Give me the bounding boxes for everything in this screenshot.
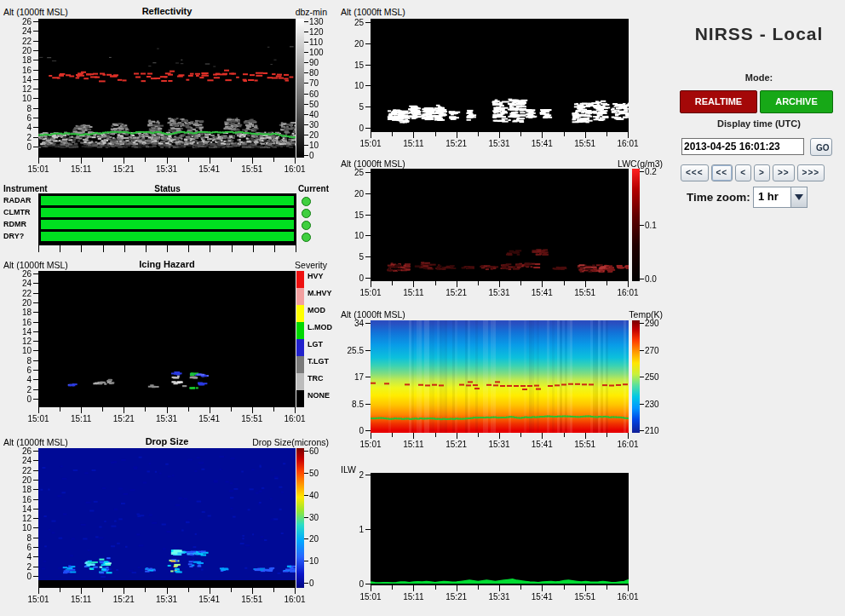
x-tick — [585, 281, 586, 287]
x-tick — [124, 588, 124, 594]
time-zoom-select[interactable]: 1 hr — [753, 187, 808, 208]
y-tick-label: 0 — [338, 273, 364, 283]
y-tick — [33, 509, 38, 509]
x-tick-label: 15:51 — [237, 595, 267, 604]
y-tick-label: 12 — [6, 514, 32, 523]
colorbar-tick — [304, 145, 308, 146]
x-tick-label: 15:51 — [237, 414, 267, 423]
y-tick — [365, 65, 371, 66]
y-tick — [33, 79, 38, 80]
y-tick — [33, 31, 38, 32]
y-tick-label: 26 — [6, 446, 32, 456]
nav-back-button[interactable]: << — [711, 164, 733, 181]
y-tick-label: 24 — [6, 279, 32, 288]
x-tick — [252, 407, 253, 413]
y-tick — [33, 137, 38, 138]
go-button[interactable]: GO — [810, 138, 832, 156]
x-tick — [392, 132, 393, 136]
colorbar-tick-label: 50 — [309, 100, 319, 109]
x-tick-label: 15:51 — [237, 164, 267, 174]
colorbar-tick-label: 20 — [309, 130, 319, 140]
nirss-app: { "page": {"background": "#efefef"}, "co… — [0, 0, 845, 616]
severity-swatch — [296, 271, 304, 288]
x-tick — [102, 407, 103, 412]
nav-step-fwd-button[interactable]: > — [754, 164, 770, 181]
severity-swatch — [296, 356, 304, 373]
y-tick — [365, 22, 371, 23]
time-zoom-value: 1 hr — [758, 190, 779, 203]
x-tick — [188, 588, 189, 592]
y-tick-label: 12 — [6, 337, 32, 346]
colorbar-tick — [304, 135, 308, 135]
x-tick-label: 15:01 — [355, 592, 386, 602]
panel-cloud-boundaries: Alt (1000ft MSL) 252015105015:0115:1115:… — [339, 0, 675, 155]
current-header: Current — [298, 184, 329, 193]
x-tick-label: 15:31 — [152, 595, 182, 604]
x-tick — [435, 433, 436, 437]
x-tick — [628, 433, 629, 439]
chevron-down-icon[interactable] — [790, 187, 807, 207]
realtime-button[interactable]: REALTIME — [680, 90, 757, 113]
y-tick — [33, 567, 38, 567]
colorbar-tick — [304, 21, 308, 22]
x-tick — [167, 158, 168, 164]
colorbar — [632, 320, 640, 433]
y-tick-label: 22 — [6, 289, 32, 298]
y-tick — [33, 460, 38, 461]
y-tick — [365, 235, 371, 236]
panel-drop-size: Alt (1000ft MSL) Drop Size Drop Size(mic… — [0, 435, 336, 616]
colorbar-tick-label: 0 — [309, 151, 314, 160]
colorbar-tick-label: 120 — [309, 27, 324, 37]
severity-label: MOD — [308, 306, 325, 314]
colorbar-tick — [304, 473, 308, 474]
y-tick — [33, 389, 38, 390]
y-tick — [33, 538, 38, 538]
display-time-input[interactable] — [681, 138, 804, 155]
x-tick-label: 15:41 — [194, 595, 225, 604]
panel-reflectivity: Alt (1000ft MSL) Reflectivity dbz-min 26… — [0, 0, 336, 181]
status-axis-tick — [146, 245, 147, 252]
x-tick-label: 15:21 — [108, 414, 139, 423]
status-axis-tick — [210, 245, 210, 252]
colorbar-label: dbz-min — [296, 7, 327, 17]
y-tick-label: 0 — [338, 579, 364, 589]
x-tick — [499, 132, 500, 138]
colorbar — [296, 448, 304, 588]
x-tick-label: 15:41 — [194, 164, 225, 174]
y-tick — [33, 127, 38, 128]
y-tick — [33, 379, 38, 380]
y-tick — [33, 556, 38, 557]
y-tick — [33, 399, 38, 400]
x-tick — [38, 407, 39, 413]
x-tick — [145, 407, 146, 412]
y-tick — [33, 60, 38, 60]
colorbar-tick — [304, 583, 308, 584]
chart-title: Icing Hazard — [38, 259, 296, 269]
nav-fwd-button[interactable]: >> — [773, 164, 795, 181]
x-tick — [435, 585, 436, 590]
nav-step-back-button[interactable]: < — [735, 164, 751, 181]
y-tick — [33, 547, 38, 548]
nav-fast-fwd-button[interactable]: >>> — [797, 164, 825, 181]
x-tick — [564, 433, 565, 437]
colorbar-tick-label: 40 — [309, 491, 319, 500]
y-tick-label: 14 — [6, 327, 32, 337]
x-tick-label: 15:01 — [355, 288, 386, 297]
archive-button[interactable]: ARCHIVE — [760, 90, 833, 113]
x-tick — [295, 158, 296, 164]
x-tick — [628, 281, 629, 287]
x-tick — [273, 407, 274, 412]
y-tick-label: 20 — [6, 46, 32, 55]
y-tick-label: 20 — [338, 189, 364, 199]
y-tick-label: 25.5 — [338, 346, 364, 355]
x-tick-label: 15:51 — [570, 592, 601, 602]
x-tick-label: 15:41 — [194, 414, 225, 423]
x-tick — [81, 407, 82, 413]
x-tick-label: 15:31 — [152, 414, 182, 423]
nav-fast-back-button[interactable]: <<< — [681, 164, 709, 181]
x-tick — [210, 588, 210, 594]
x-tick-label: 15:51 — [570, 440, 601, 449]
y-tick-label: 8 — [6, 356, 32, 366]
colorbar-tick-label: 290 — [645, 319, 659, 328]
x-tick — [210, 158, 210, 164]
